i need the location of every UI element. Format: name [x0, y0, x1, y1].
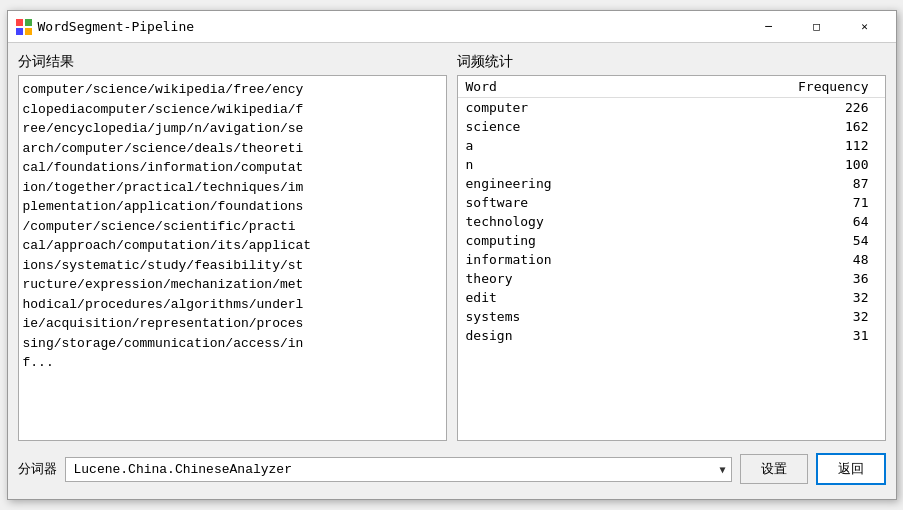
table-row: n100 [458, 155, 885, 174]
freq-cell: 32 [679, 288, 884, 307]
left-panel-box: computer/science/wikipedia/free/ency clo… [18, 75, 447, 441]
table-row: computer226 [458, 98, 885, 118]
word-cell: computing [458, 231, 680, 250]
close-button[interactable]: ✕ [842, 11, 888, 43]
word-cell: software [458, 193, 680, 212]
panels-container: 分词结果 computer/science/wikipedia/free/enc… [18, 53, 886, 441]
table-row: theory36 [458, 269, 885, 288]
svg-rect-3 [25, 28, 32, 35]
table-row: design31 [458, 326, 885, 345]
table-body: computer226science162a112n100engineering… [458, 98, 885, 346]
left-panel: 分词结果 computer/science/wikipedia/free/enc… [18, 53, 447, 441]
maximize-button[interactable]: □ [794, 11, 840, 43]
freq-cell: 100 [679, 155, 884, 174]
right-panel-title: 词频统计 [457, 53, 886, 71]
left-panel-title: 分词结果 [18, 53, 447, 71]
segmentation-result[interactable]: computer/science/wikipedia/free/ency clo… [19, 76, 446, 440]
svg-rect-1 [25, 19, 32, 26]
freq-cell: 112 [679, 136, 884, 155]
freq-cell: 226 [679, 98, 884, 118]
window-title: WordSegment-Pipeline [38, 19, 746, 34]
frequency-column-header: Frequency [679, 76, 884, 98]
frequency-table: Word Frequency computer226science162a112… [458, 76, 885, 345]
right-panel-box: Word Frequency computer226science162a112… [457, 75, 886, 441]
word-cell: n [458, 155, 680, 174]
back-button[interactable]: 返回 [816, 453, 886, 485]
freq-cell: 71 [679, 193, 884, 212]
word-cell: engineering [458, 174, 680, 193]
word-cell: edit [458, 288, 680, 307]
settings-button[interactable]: 设置 [740, 454, 808, 484]
main-window: WordSegment-Pipeline ─ □ ✕ 分词结果 computer… [7, 10, 897, 500]
table-row: systems32 [458, 307, 885, 326]
table-row: science162 [458, 117, 885, 136]
svg-rect-0 [16, 19, 23, 26]
analyzer-label: 分词器 [18, 460, 57, 478]
table-row: information48 [458, 250, 885, 269]
table-row: technology64 [458, 212, 885, 231]
freq-cell: 31 [679, 326, 884, 345]
freq-cell: 64 [679, 212, 884, 231]
table-row: edit32 [458, 288, 885, 307]
freq-table-container[interactable]: Word Frequency computer226science162a112… [458, 76, 885, 440]
word-cell: design [458, 326, 680, 345]
table-row: a112 [458, 136, 885, 155]
word-cell: a [458, 136, 680, 155]
word-cell: theory [458, 269, 680, 288]
freq-cell: 87 [679, 174, 884, 193]
freq-cell: 162 [679, 117, 884, 136]
window-controls: ─ □ ✕ [746, 11, 888, 43]
word-cell: computer [458, 98, 680, 118]
freq-cell: 36 [679, 269, 884, 288]
analyzer-select[interactable]: Lucene.China.ChineseAnalyzerLucene.Analy… [65, 457, 732, 482]
table-header-row: Word Frequency [458, 76, 885, 98]
word-cell: technology [458, 212, 680, 231]
content-area: 分词结果 computer/science/wikipedia/free/enc… [8, 43, 896, 499]
analyzer-select-wrapper: Lucene.China.ChineseAnalyzerLucene.Analy… [65, 457, 732, 482]
table-row: engineering87 [458, 174, 885, 193]
table-row: software71 [458, 193, 885, 212]
freq-cell: 54 [679, 231, 884, 250]
word-cell: information [458, 250, 680, 269]
word-column-header: Word [458, 76, 680, 98]
freq-cell: 48 [679, 250, 884, 269]
svg-rect-2 [16, 28, 23, 35]
title-bar: WordSegment-Pipeline ─ □ ✕ [8, 11, 896, 43]
table-row: computing54 [458, 231, 885, 250]
app-icon [16, 19, 32, 35]
right-panel: 词频统计 Word Frequency computer226science [457, 53, 886, 441]
freq-cell: 32 [679, 307, 884, 326]
minimize-button[interactable]: ─ [746, 11, 792, 43]
word-cell: systems [458, 307, 680, 326]
bottom-bar: 分词器 Lucene.China.ChineseAnalyzerLucene.A… [18, 449, 886, 489]
word-cell: science [458, 117, 680, 136]
